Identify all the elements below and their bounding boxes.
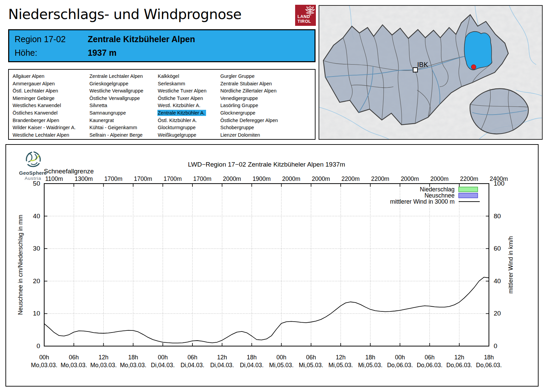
region-list-item[interactable]: Nördliche Zillertaler Alpen: [220, 87, 279, 95]
y-axis-left-title: Neuschnee in cm/Niederschlag in mm: [17, 215, 24, 315]
x-tick-date-label: Mo,03.03.: [90, 362, 117, 369]
snowline-value-label: 2400m: [490, 175, 508, 182]
x-tick-date-label: Mi,05.03.: [269, 362, 294, 369]
region-list-item-selected[interactable]: Zentrale Kitzbühler A.: [157, 109, 207, 117]
x-tick-hour-label: 06h: [187, 354, 197, 361]
geosphere-icon: [24, 151, 42, 169]
region-list-item[interactable]: Östliche Deferegger Alpen: [220, 117, 279, 124]
x-tick-date-label: Do,06.03.: [476, 362, 502, 369]
snowline-value-label: 2200m: [371, 175, 389, 182]
x-tick-hour-label: 12h: [99, 354, 108, 361]
snowline-value-label: 2000m: [282, 175, 301, 182]
y-tick-left-label: 20: [33, 277, 40, 285]
y-tick-left-label: 30: [33, 245, 40, 252]
region-list-item[interactable]: Schobergruppe: [220, 124, 279, 132]
region-list-item[interactable]: Westl. Kitzbühler A.: [157, 102, 207, 109]
legend-swatch: [459, 187, 478, 192]
elevation-label: Höhe:: [15, 48, 85, 58]
snowline-value-label: 2000m: [312, 175, 330, 182]
region-list-item[interactable]: Lasörling Gruppe: [220, 102, 279, 109]
x-tick-hour-label: 12h: [217, 354, 227, 361]
snowline-value-label: 2200m: [341, 175, 360, 182]
x-tick-date-label: Di,04.03.: [210, 362, 234, 369]
region-list-column: Gurgler GruppeZentrale Stubaier AlpenNör…: [220, 73, 279, 139]
x-tick-hour-label: 18h: [484, 354, 494, 361]
region-list-item[interactable]: Allgäuer Alpen: [12, 73, 77, 80]
x-tick-date-label: Mo,03.03.: [31, 362, 57, 369]
region-list-item[interactable]: Wilder Kaiser - Waidringer A.: [12, 124, 77, 132]
geosphere-country: Austria: [14, 176, 52, 181]
region-list-item[interactable]: Östl. Lechtaler Alpen: [12, 87, 77, 95]
x-tick-hour-label: 12h: [454, 354, 464, 361]
region-list-item[interactable]: Brandenberger Alpen: [12, 117, 77, 124]
region-list-item[interactable]: Lienzer Dolomiten: [220, 132, 279, 139]
x-tick-hour-label: 00h: [395, 354, 405, 361]
x-tick-hour-label: 00h: [158, 354, 168, 361]
x-tick-date-label: Do,06.03.: [446, 362, 472, 369]
legend-label: Niederschlag: [420, 186, 455, 193]
y-tick-right-label: 0: [494, 342, 497, 350]
region-list-item[interactable]: Glockturmgruppe: [157, 124, 207, 132]
region-list-item[interactable]: Silvretta: [89, 102, 144, 109]
region-list-item[interactable]: Kühtai - Geigenkamm: [89, 124, 144, 132]
map-highlight-region[interactable]: [464, 32, 492, 70]
y-tick-left-label: 40: [33, 212, 40, 220]
region-list-item[interactable]: Gurgler Gruppe: [220, 73, 279, 80]
region-list-item[interactable]: Grieskogelgruppe: [89, 80, 144, 88]
region-list-item[interactable]: Östliches Karwendel: [12, 109, 77, 117]
x-tick-hour-label: 18h: [128, 354, 138, 361]
x-tick-date-label: Do,06.03.: [387, 362, 413, 369]
region-list-item[interactable]: Glocknergruppe: [220, 109, 279, 117]
region-list-item[interactable]: Zentrale Lechtaler Alpen: [89, 73, 144, 80]
region-list-item[interactable]: Westliche Tuxer Alpen: [157, 87, 207, 95]
region-list-item[interactable]: Östl. Kitzbühler A.: [157, 117, 207, 124]
region-list-item[interactable]: Ammergauer Alpen: [12, 80, 77, 88]
region-list-item[interactable]: Westliche Verwallgruppe: [89, 87, 144, 95]
x-tick-hour-label: 06h: [425, 354, 435, 361]
map-city-label: IBK: [417, 61, 428, 68]
snowline-value-label: 1300m: [74, 175, 93, 182]
region-list-item[interactable]: Kalkkögel: [157, 73, 207, 80]
snowline-value-label: 2000m: [401, 175, 419, 182]
geosphere-name: GeoSphere: [14, 170, 52, 176]
plot-border: [44, 184, 489, 346]
region-list-item[interactable]: Östliche Verwallgruppe: [89, 95, 144, 102]
x-tick-date-label: Di,04.03.: [240, 362, 264, 369]
snowline-value-label: 1700m: [134, 175, 152, 182]
snowline-value-label: 1700m: [104, 175, 123, 182]
region-list-item[interactable]: Westliches Karwendel: [12, 102, 77, 109]
region-list-item[interactable]: Serleskamm: [157, 80, 207, 88]
region-list-item[interactable]: Weißkugelgruppe: [157, 132, 207, 139]
forecast-chart: 00hMo,03.03.06hMo,03.03.12hMo,03.03.18hM…: [6, 145, 537, 385]
region-list-item[interactable]: Zentrale Stubaier Alpen: [220, 80, 279, 88]
tirol-map: IBK: [319, 5, 543, 140]
region-list-item[interactable]: Mieminger Gebirge: [12, 95, 77, 102]
x-tick-date-label: Di,04.03.: [181, 362, 204, 369]
y-tick-right-label: 40: [494, 277, 501, 285]
snowline-value-label: 1700m: [193, 175, 211, 182]
page: { "header": { "title": "Niederschlags- u…: [0, 0, 544, 392]
region-list-item[interactable]: Kaunergrat: [89, 117, 144, 124]
x-tick-date-label: Mi,05.03.: [328, 362, 353, 369]
x-tick-hour-label: 00h: [39, 354, 49, 361]
region-list-item[interactable]: Samnaungruppe: [89, 109, 144, 117]
y-tick-left-label: 10: [33, 310, 40, 317]
wind-line: [44, 277, 489, 343]
forecast-panel: GeoSphere Austria 00hMo,03.03.06hMo,03.0…: [5, 144, 539, 387]
region-list-item[interactable]: Östliche Tuxer Alpen: [157, 95, 207, 102]
y-tick-right-label: 20: [494, 310, 501, 317]
legend-swatch: [459, 193, 478, 198]
snowline-value-label: 2200m: [460, 175, 478, 182]
x-tick-hour-label: 06h: [69, 354, 79, 361]
x-tick-date-label: Mo,03.03.: [120, 362, 147, 369]
x-tick-date-label: Do,06.03.: [417, 362, 443, 369]
chart-title: LWD−Region 17−02 Zentrale Kitzbüheler Al…: [188, 161, 345, 168]
region-list-item[interactable]: Sellrain - Alpeiner Berge: [89, 132, 144, 139]
snowline-value-label: 1900m: [253, 175, 271, 182]
y-tick-left-label: 0: [36, 342, 40, 350]
x-tick-hour-label: 06h: [306, 354, 316, 361]
region-list-item[interactable]: Westliche Lechtaler Alpen: [12, 132, 77, 139]
region-list-item[interactable]: Venedigergruppe: [220, 95, 279, 102]
region-label: Region 17-02: [15, 34, 85, 44]
x-tick-hour-label: 12h: [336, 354, 345, 361]
